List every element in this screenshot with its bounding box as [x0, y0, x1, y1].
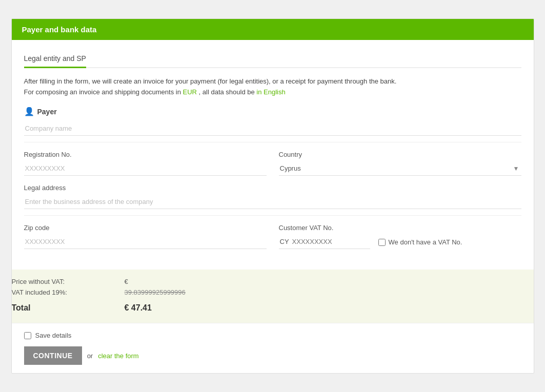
company-name-row	[24, 121, 521, 136]
header-title: Payer and bank data	[22, 25, 97, 34]
description-line2: For composing an invoice and shipping do…	[24, 87, 521, 98]
vat-col: Customer VAT No. CY We don't have a VAT …	[279, 224, 521, 249]
zip-col: Zip code	[24, 224, 267, 249]
legal-address-input[interactable]	[24, 195, 521, 209]
card-header: Payer and bank data	[12, 19, 534, 40]
action-row: CONTINUE or clear the form	[24, 346, 521, 365]
registration-input[interactable]	[24, 161, 267, 176]
description-line2-middle: , all data should be	[197, 88, 256, 96]
vat-included-label: VAT included 19%:	[12, 288, 125, 296]
total-row: Total € 47.41	[12, 303, 534, 313]
payer-icon: 👤	[24, 107, 34, 116]
or-text: or	[87, 352, 93, 360]
no-vat-checkbox[interactable]	[378, 239, 386, 246]
description-line2-prefix: For composing an invoice and shipping do…	[24, 88, 183, 96]
save-details-label: Save details	[35, 332, 72, 339]
vat-row: VAT included 19%: 39.83999925999996	[12, 288, 534, 296]
price-without-vat-label: Price without VAT:	[12, 278, 125, 285]
vat-prefix-wrapper: CY	[279, 235, 370, 249]
zip-label: Zip code	[24, 224, 267, 232]
payer-section-label: 👤 Payer	[24, 107, 521, 116]
continue-button[interactable]: CONTINUE	[24, 346, 82, 365]
description: After filling in the form, we will creat…	[24, 76, 521, 98]
country-label: Country	[279, 151, 521, 158]
zip-input[interactable]	[24, 235, 267, 249]
vat-value: 39.83999925999996	[125, 288, 186, 296]
vat-label: Customer VAT No.	[279, 224, 521, 232]
registration-label: Registration No.	[24, 151, 267, 158]
total-label: Total	[12, 303, 125, 313]
tab-section: Legal entity and SP	[24, 50, 521, 68]
footer-section: Save details CONTINUE or clear the form	[12, 323, 534, 373]
tab-legal-entity[interactable]: Legal entity and SP	[24, 50, 86, 68]
price-without-vat-row: Price without VAT: €	[12, 278, 534, 285]
legal-address-label: Legal address	[24, 184, 521, 192]
price-section: Price without VAT: € VAT included 19%: 3…	[11, 270, 534, 323]
vat-number-input[interactable]	[292, 238, 369, 245]
save-details-checkbox[interactable]	[24, 332, 31, 339]
registration-col: Registration No.	[24, 151, 267, 176]
save-details-row: Save details	[24, 332, 521, 339]
country-select-wrapper: Cyprus United Kingdom Germany France USA…	[279, 161, 521, 176]
country-col: Country Cyprus United Kingdom Germany Fr…	[279, 151, 521, 176]
description-line1: After filling in the form, we will creat…	[24, 76, 521, 87]
legal-address-col: Legal address	[24, 184, 521, 209]
vat-prefix-text: CY	[280, 238, 289, 245]
price-without-vat-value: €	[125, 278, 128, 285]
country-select[interactable]: Cyprus United Kingdom Germany France USA	[279, 161, 521, 176]
vat-input-row: CY We don't have a VAT No.	[279, 235, 521, 249]
no-vat-wrapper: We don't have a VAT No.	[378, 238, 462, 246]
card-body: Legal entity and SP After filling in the…	[12, 40, 534, 260]
registration-country-row: Registration No. Country Cyprus United K…	[24, 151, 521, 176]
payer-label: Payer	[37, 108, 57, 116]
divider-2	[24, 215, 521, 216]
currency-link[interactable]: EUR	[183, 88, 197, 96]
company-name-input[interactable]	[24, 121, 521, 136]
clear-form-link[interactable]: clear the form	[98, 352, 138, 360]
main-card: Payer and bank data Legal entity and SP …	[11, 18, 534, 374]
zip-vat-row: Zip code Customer VAT No. CY We don't ha…	[24, 224, 521, 249]
language-link[interactable]: in English	[256, 88, 285, 96]
legal-address-row: Legal address	[24, 184, 521, 209]
no-vat-label: We don't have a VAT No.	[389, 238, 462, 246]
divider-1	[24, 142, 521, 142]
total-value: € 47.41	[125, 303, 152, 313]
